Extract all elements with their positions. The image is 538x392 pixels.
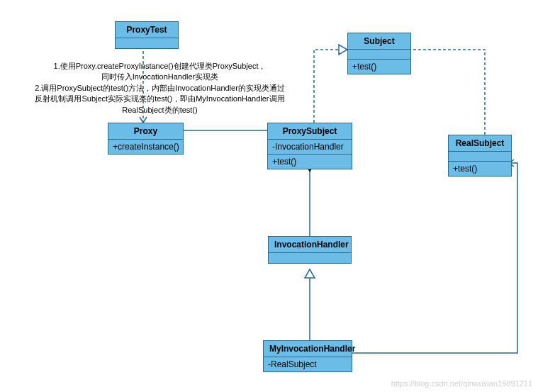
watermark-text: https://blog.csdn.net/qinwuxian19891211 (391, 379, 532, 388)
class-title: Subject (348, 33, 410, 50)
class-attrs (449, 152, 511, 162)
note-line-2: 同时传入InvocationHandler实现类 (20, 72, 300, 82)
class-methods: +test() (268, 155, 352, 169)
class-proxysubject: ProxySubject -InvocationHandler +test() (267, 123, 352, 169)
class-myinvocationhandler: MyInvocationHandler -RealSubject (263, 340, 352, 372)
class-proxytest: ProxyTest (115, 21, 179, 49)
note-line-3: 2.调用ProxySubject的test()方法，内部由InvocationH… (20, 83, 300, 94)
note-line-4: 反射机制调用Subject实际实现类的test()，即由MyInvocation… (20, 94, 300, 104)
class-invocationhandler: InvocationHandler (268, 236, 352, 264)
class-methods: +createInstance() (108, 140, 183, 154)
class-realsubject: RealSubject +test() (448, 135, 512, 177)
class-title: ProxySubject (268, 123, 352, 140)
class-attrs (348, 50, 410, 60)
svg-marker-7 (305, 269, 315, 278)
note-line-1: 1.使用Proxy.createProxyInstance()创建代理类Prox… (20, 61, 300, 72)
class-attrs (269, 253, 351, 263)
svg-marker-2 (339, 45, 347, 55)
class-methods: +test() (449, 162, 511, 176)
annotation-text: 1.使用Proxy.createProxyInstance()创建代理类Prox… (20, 61, 300, 116)
class-attrs (116, 38, 178, 48)
connectors-layer (0, 0, 538, 392)
class-attrs: -InvocationHandler (268, 140, 352, 155)
class-title: InvocationHandler (269, 237, 351, 253)
note-line-5: RealSubject类的test() (20, 105, 300, 116)
class-subject: Subject +test() (347, 33, 411, 74)
class-proxy: Proxy +createInstance() (108, 123, 184, 155)
class-title: ProxyTest (116, 22, 178, 38)
class-title: Proxy (108, 123, 183, 140)
class-title: RealSubject (449, 135, 511, 152)
class-methods: +test() (348, 60, 410, 74)
class-attrs: -RealSubject (264, 357, 352, 371)
class-title: MyInvocationHandler (264, 341, 352, 357)
